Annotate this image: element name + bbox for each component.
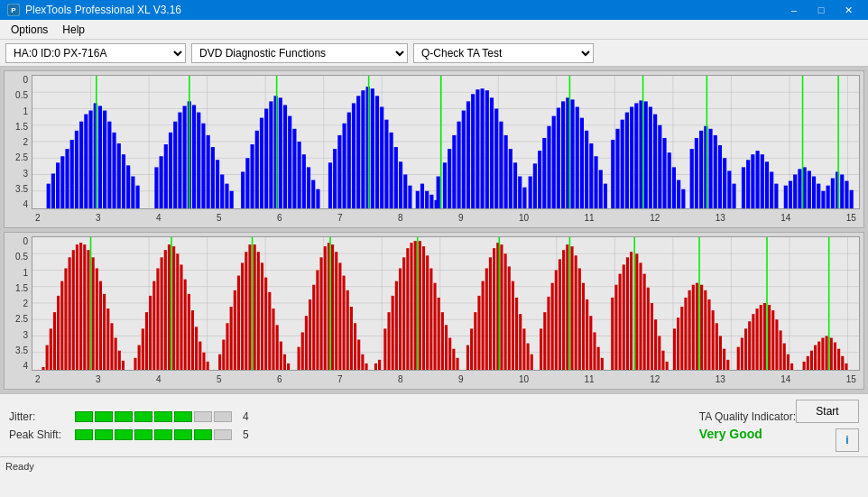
svg-rect-302: [383, 328, 386, 370]
svg-rect-84: [347, 113, 351, 208]
menu-options[interactable]: Options: [4, 22, 55, 38]
svg-rect-40: [122, 154, 125, 208]
svg-rect-110: [462, 111, 466, 208]
svg-rect-281: [301, 332, 304, 370]
start-button[interactable]: Start: [796, 400, 859, 423]
peakshift-value: 5: [243, 428, 249, 441]
svg-rect-268: [248, 244, 251, 370]
function-select[interactable]: DVD Diagnostic Functions: [191, 43, 408, 63]
svg-rect-397: [756, 308, 759, 370]
svg-rect-117: [494, 108, 498, 208]
svg-rect-395: [748, 321, 751, 370]
svg-rect-344: [547, 297, 549, 370]
bottom-chart-x-axis: 2 3 4 5 6 7 8 9 10 11 12 13 14 15: [32, 371, 860, 387]
svg-rect-124: [529, 177, 532, 208]
svg-rect-333: [500, 244, 503, 370]
svg-rect-91: [375, 96, 379, 208]
svg-rect-66: [260, 118, 263, 208]
svg-rect-238: [122, 361, 125, 370]
svg-rect-394: [744, 328, 747, 370]
info-button[interactable]: i: [836, 428, 859, 452]
svg-rect-179: [789, 181, 792, 208]
svg-rect-335: [508, 266, 511, 370]
svg-rect-272: [261, 262, 263, 370]
svg-rect-304: [392, 296, 394, 370]
svg-rect-176: [770, 171, 773, 208]
svg-rect-112: [471, 94, 475, 208]
svg-rect-334: [504, 253, 507, 370]
svg-rect-156: [672, 167, 676, 208]
svg-rect-265: [237, 276, 240, 370]
svg-rect-351: [570, 246, 573, 370]
svg-rect-274: [268, 292, 271, 370]
svg-rect-346: [555, 270, 558, 370]
svg-rect-76: [302, 154, 306, 208]
svg-rect-243: [149, 296, 152, 370]
svg-rect-271: [257, 252, 260, 370]
minimize-button[interactable]: –: [781, 2, 807, 18]
svg-text:P: P: [11, 6, 16, 14]
jitter-seg-5: [154, 411, 172, 422]
svg-rect-367: [635, 253, 638, 370]
svg-rect-119: [504, 135, 508, 208]
svg-rect-96: [399, 161, 402, 208]
svg-rect-255: [191, 310, 194, 370]
svg-rect-371: [651, 303, 653, 370]
svg-rect-137: [585, 131, 588, 208]
svg-rect-411: [814, 345, 817, 370]
svg-rect-140: [599, 170, 603, 208]
svg-rect-266: [241, 262, 244, 370]
svg-rect-401: [768, 305, 771, 370]
svg-rect-259: [207, 362, 209, 370]
svg-rect-355: [586, 299, 588, 370]
svg-rect-293: [343, 276, 346, 370]
top-chart-x-axis: 2 3 4 5 6 7 8 9 10 11 12 13 14 15: [32, 209, 860, 225]
svg-rect-59: [220, 174, 224, 208]
svg-rect-328: [485, 268, 488, 370]
svg-rect-299: [365, 364, 367, 370]
svg-rect-308: [406, 248, 409, 370]
svg-rect-164: [708, 129, 712, 208]
svg-rect-63: [245, 158, 249, 208]
svg-rect-225: [76, 244, 78, 370]
svg-rect-57: [211, 147, 215, 208]
jitter-seg-1: [75, 411, 93, 422]
svg-rect-38: [112, 133, 115, 208]
svg-rect-301: [378, 360, 381, 370]
ta-quality-value: Very Good: [699, 427, 796, 441]
bottom-chart-inner: [32, 236, 860, 371]
window-title: PlexTools Professional XL V3.16: [25, 4, 181, 16]
svg-rect-407: [790, 364, 793, 370]
svg-rect-413: [821, 338, 824, 370]
close-button[interactable]: ✕: [836, 2, 861, 18]
svg-rect-339: [522, 328, 525, 370]
svg-rect-369: [643, 274, 646, 370]
svg-rect-180: [793, 174, 797, 208]
drive-select[interactable]: HA:0 ID:0 PX-716A: [5, 43, 186, 63]
svg-rect-385: [704, 290, 706, 370]
svg-rect-49: [178, 113, 181, 208]
svg-rect-114: [481, 88, 485, 208]
svg-rect-340: [527, 344, 530, 370]
test-select[interactable]: Q-Check TA Test: [413, 43, 594, 63]
svg-rect-404: [780, 330, 782, 370]
menu-help[interactable]: Help: [55, 22, 92, 38]
jitter-seg-6: [174, 411, 192, 422]
svg-rect-253: [184, 280, 187, 370]
svg-rect-324: [470, 328, 473, 370]
jitter-value: 4: [243, 410, 249, 423]
maximize-button[interactable]: □: [808, 2, 834, 18]
svg-rect-414: [826, 336, 828, 370]
svg-rect-318: [441, 312, 444, 370]
svg-rect-312: [419, 241, 421, 370]
svg-rect-221: [60, 281, 63, 370]
svg-rect-159: [690, 149, 694, 208]
svg-rect-234: [106, 308, 109, 370]
svg-rect-62: [241, 171, 245, 208]
peakshift-seg-8: [214, 429, 232, 440]
actions-area: Start i: [796, 400, 859, 452]
svg-rect-352: [575, 255, 577, 370]
svg-rect-374: [661, 351, 664, 370]
svg-rect-217: [46, 345, 49, 370]
svg-rect-323: [466, 345, 469, 370]
